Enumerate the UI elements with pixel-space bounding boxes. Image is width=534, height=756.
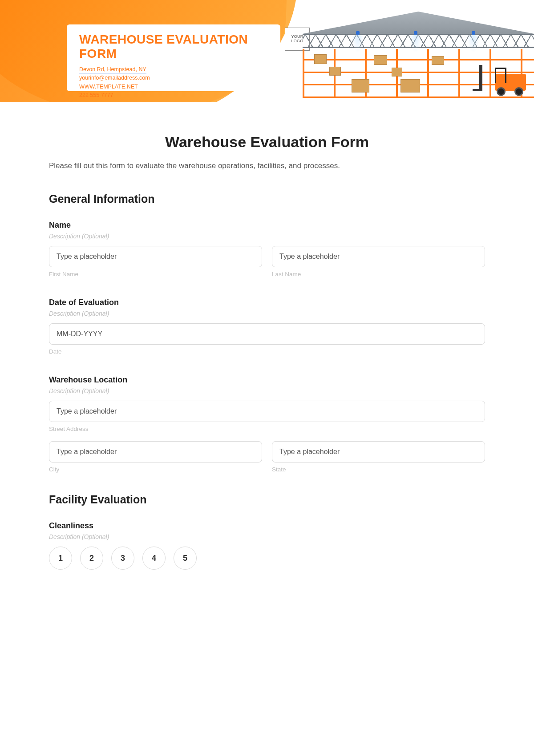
banner-address: Devon Rd, Hempstead, NY	[79, 66, 146, 73]
location-desc: Description (Optional)	[49, 387, 485, 394]
state-input[interactable]: Type a placeholder	[272, 441, 485, 462]
rating-option-3[interactable]: 3	[111, 547, 134, 570]
header-banner: WAREHOUSE EVALUATION FORM Devon Rd, Hemp…	[0, 0, 534, 102]
city-sub: City	[49, 466, 262, 473]
banner-contact: Devon Rd, Hempstead, NY yourinfo@emailad…	[79, 65, 268, 100]
rating-option-4[interactable]: 4	[142, 547, 166, 570]
forklift-icon	[473, 65, 526, 96]
state-sub: State	[272, 466, 485, 473]
first-name-sub: First Name	[49, 271, 262, 277]
location-label: Warehouse Location	[49, 375, 485, 385]
last-name-input[interactable]: Type a placeholder	[272, 246, 485, 267]
date-label: Date of Evaluation	[49, 298, 485, 307]
field-location: Warehouse Location Description (Optional…	[49, 375, 485, 473]
section-general: General Information	[49, 193, 485, 205]
rating-option-5[interactable]: 5	[174, 547, 197, 570]
banner-card: WAREHOUSE EVALUATION FORM Devon Rd, Hemp…	[67, 24, 280, 91]
page-title: Warehouse Evaluation Form	[49, 133, 485, 151]
city-input[interactable]: Type a placeholder	[49, 441, 262, 462]
banner-email: yourinfo@emailaddress.com	[79, 75, 150, 81]
field-date: Date of Evaluation Description (Optional…	[49, 298, 485, 355]
last-name-sub: Last Name	[272, 271, 485, 277]
name-desc: Description (Optional)	[49, 233, 485, 240]
rating-option-1[interactable]: 1	[49, 547, 72, 570]
name-label: Name	[49, 221, 485, 230]
date-input[interactable]: MM-DD-YYYY	[49, 323, 485, 345]
field-cleanliness: Cleanliness Description (Optional) 1 2 3…	[49, 521, 485, 570]
rating-option-2[interactable]: 2	[80, 547, 103, 570]
date-sub: Date	[49, 348, 485, 355]
street-sub: Street Address	[49, 426, 485, 432]
street-input[interactable]: Type a placeholder	[49, 401, 485, 422]
banner-website: WWW.TEMPLATE.NET	[79, 84, 138, 90]
field-name: Name Description (Optional) Type a place…	[49, 221, 485, 277]
cleanliness-desc: Description (Optional)	[49, 533, 485, 540]
warehouse-illustration	[285, 0, 534, 102]
date-desc: Description (Optional)	[49, 310, 485, 317]
banner-phone: 222 555 7777	[79, 92, 113, 98]
intro-text: Please fill out this form to evaluate th…	[49, 161, 485, 170]
cleanliness-label: Cleanliness	[49, 521, 485, 531]
first-name-input[interactable]: Type a placeholder	[49, 246, 262, 267]
banner-title: WAREHOUSE EVALUATION FORM	[79, 32, 268, 61]
section-facility: Facility Evaluation	[49, 493, 485, 506]
form-body: Warehouse Evaluation Form Please fill ou…	[0, 102, 534, 601]
cleanliness-rating: 1 2 3 4 5	[49, 547, 485, 570]
